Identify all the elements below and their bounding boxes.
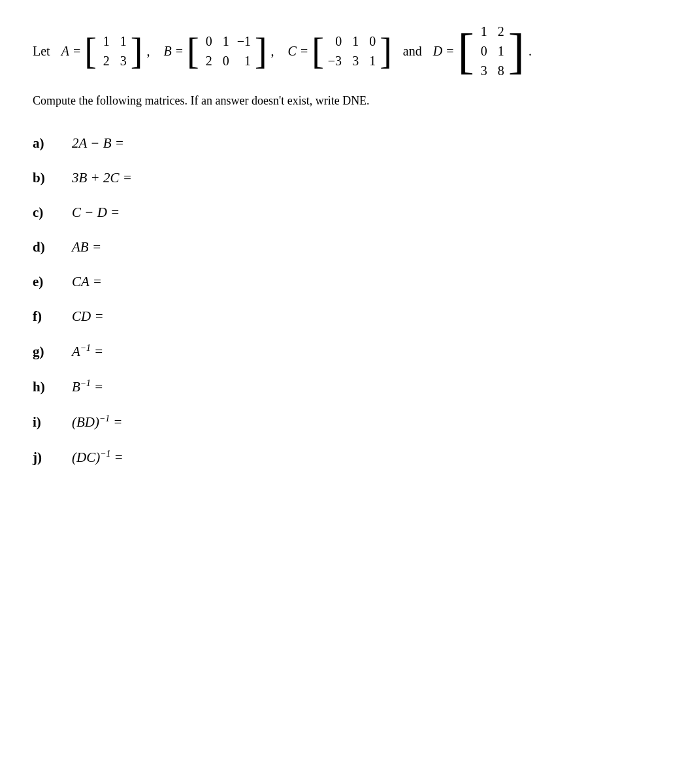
- problem-label-f: f): [33, 308, 59, 325]
- cell: −1: [237, 32, 251, 50]
- problem-label-c: c): [33, 204, 59, 221]
- matrix-C-label: C: [288, 44, 297, 59]
- instruction-text: Compute the following matrices. If an an…: [33, 94, 651, 108]
- problem-expr-b: 3B + 2C =: [72, 170, 132, 186]
- cell: 1: [478, 22, 487, 41]
- cell: 1: [118, 32, 127, 50]
- matrix-B-label: B: [163, 44, 171, 59]
- matrix-A-label: A: [61, 44, 69, 59]
- cell: 0: [478, 42, 487, 60]
- cell: 3: [478, 61, 487, 80]
- equals-C: =: [301, 44, 308, 59]
- equals-B: =: [176, 44, 183, 59]
- problem-j: j) (DC)−1 =: [33, 440, 651, 475]
- bracket-right-D: ]: [508, 20, 525, 82]
- problem-label-a: a): [33, 135, 59, 152]
- problem-label-e: e): [33, 274, 59, 290]
- problem-g: g) A−1 =: [33, 334, 651, 369]
- problem-expr-e: CA =: [72, 274, 102, 290]
- problem-a: a) 2A − B =: [33, 126, 651, 161]
- problem-label-b: b): [33, 170, 59, 186]
- problem-i: i) (BD)−1 =: [33, 404, 651, 440]
- cell: 3: [118, 52, 127, 70]
- matrix-D: [ 1 2 0 1 3 8 ]: [457, 20, 525, 82]
- cell: 0: [328, 32, 342, 50]
- problems-list: a) 2A − B = b) 3B + 2C = c) C − D = d) A…: [33, 126, 651, 475]
- matrix-D-grid: 1 2 0 1 3 8: [474, 20, 508, 82]
- comma-1: ,: [146, 44, 150, 59]
- matrix-B: [ 0 1 −1 2 0 1 ]: [187, 29, 267, 73]
- problem-d: d) AB =: [33, 230, 651, 265]
- problem-expr-d: AB =: [72, 239, 101, 255]
- problem-label-j: j): [33, 449, 59, 466]
- and-label: and: [403, 44, 422, 59]
- problem-label-d: d): [33, 239, 59, 255]
- period: .: [529, 44, 532, 59]
- bracket-left-A: [: [84, 29, 97, 73]
- matrix-C-grid: 0 1 0 −3 3 1: [324, 29, 380, 73]
- cell: 0: [366, 32, 376, 50]
- bracket-right-A: ]: [131, 29, 143, 73]
- bracket-right-C: ]: [380, 29, 392, 73]
- cell: 1: [495, 42, 504, 60]
- let-label: Let: [33, 44, 50, 59]
- cell: 1: [350, 32, 359, 50]
- cell: 2: [101, 52, 110, 70]
- problem-label-g: g): [33, 344, 59, 360]
- bracket-left-D: [: [457, 20, 474, 82]
- matrix-B-grid: 0 1 −1 2 0 1: [199, 29, 255, 73]
- equals-D: =: [446, 44, 453, 59]
- problem-label-i: i): [33, 414, 59, 431]
- problem-h: h) B−1 =: [33, 369, 651, 404]
- problem-expr-i: (BD)−1 =: [72, 414, 122, 431]
- cell: 0: [220, 52, 229, 70]
- problem-e: e) CA =: [33, 265, 651, 299]
- matrix-A-grid: 1 1 2 3: [97, 29, 131, 73]
- bracket-left-B: [: [187, 29, 199, 73]
- problem-f: f) CD =: [33, 299, 651, 334]
- problem-expr-j: (DC)−1 =: [72, 449, 123, 466]
- matrix-D-label: D: [433, 44, 442, 59]
- bracket-left-C: [: [312, 29, 324, 73]
- cell: −3: [328, 52, 342, 70]
- problem-b: b) 3B + 2C =: [33, 161, 651, 195]
- problem-expr-g: A−1 =: [72, 343, 103, 360]
- matrix-A: [ 1 1 2 3 ]: [84, 29, 142, 73]
- cell: 1: [220, 32, 229, 50]
- problem-expr-c: C − D =: [72, 204, 120, 221]
- problem-expr-a: 2A − B =: [72, 135, 124, 152]
- cell: 3: [350, 52, 359, 70]
- header-line: Let A = [ 1 1 2 3 ] , B = [ 0 1 −1 2 0 1…: [33, 20, 651, 82]
- matrix-C: [ 0 1 0 −3 3 1 ]: [312, 29, 392, 73]
- problem-label-h: h): [33, 379, 59, 395]
- cell: 1: [366, 52, 376, 70]
- cell: 1: [237, 52, 251, 70]
- cell: 8: [495, 61, 504, 80]
- cell: 1: [101, 32, 110, 50]
- problem-expr-f: CD =: [72, 308, 104, 325]
- cell: 0: [203, 32, 212, 50]
- cell: 2: [203, 52, 212, 70]
- comma-2: ,: [271, 44, 274, 59]
- cell: 2: [495, 22, 504, 41]
- bracket-right-B: ]: [255, 29, 267, 73]
- problem-expr-h: B−1 =: [72, 378, 103, 395]
- problem-c: c) C − D =: [33, 195, 651, 230]
- equals-A: =: [73, 44, 80, 59]
